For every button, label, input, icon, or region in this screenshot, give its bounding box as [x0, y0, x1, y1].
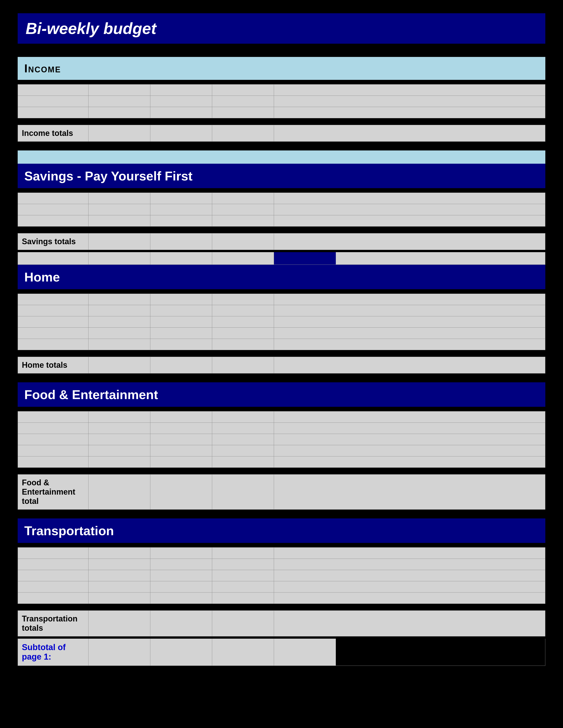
data-cell: [88, 305, 150, 316]
data-cell: [150, 294, 212, 305]
data-cell: [274, 305, 336, 316]
table-row: [18, 559, 545, 570]
home-totals-row: Home totals: [18, 357, 545, 373]
data-cell: [18, 193, 88, 204]
data-cell: [212, 107, 274, 118]
data-cell: [88, 559, 150, 570]
food-totals-cell-2: [150, 475, 212, 509]
food-table: [18, 411, 545, 468]
extra-cell: [212, 252, 274, 265]
food-totals-label: Food & Entertainment total: [18, 475, 88, 509]
table-row: [18, 581, 545, 593]
data-cell: [212, 434, 274, 445]
data-cell: [212, 423, 274, 434]
data-cell: [212, 593, 274, 604]
table-row: [18, 434, 545, 445]
data-cell: [18, 593, 88, 604]
income-title: Income: [24, 62, 61, 75]
data-cell: [150, 316, 212, 327]
savings-body: [18, 188, 545, 231]
data-cell: [150, 548, 212, 559]
data-cell: [18, 423, 88, 434]
data-cell: [274, 434, 336, 445]
data-cell: [18, 294, 88, 305]
data-cell: [88, 570, 150, 581]
subtotal-cell-4: [274, 639, 336, 666]
data-cell: [150, 328, 212, 339]
subtotal-cell-3: [212, 639, 274, 666]
data-cell: [150, 456, 212, 467]
data-cell: [88, 193, 150, 204]
data-cell: [274, 593, 336, 604]
data-cell: [212, 570, 274, 581]
table-row: [18, 411, 545, 423]
data-cell: [18, 204, 88, 215]
extra-cell-dark: [274, 252, 336, 265]
data-cell: [88, 423, 150, 434]
data-cell: [18, 570, 88, 581]
table-row: [18, 339, 545, 350]
data-cell: [18, 456, 88, 467]
data-cell: [274, 445, 336, 456]
savings-totals-cell-1: [88, 233, 150, 250]
data-cell: [150, 411, 212, 422]
data-cell: [274, 339, 336, 350]
table-row: [18, 96, 545, 107]
home-totals-cell-3: [212, 357, 274, 373]
data-cell: [212, 559, 274, 570]
data-cell: [88, 204, 150, 215]
income-totals-cell-3: [212, 125, 274, 141]
data-cell: [274, 423, 336, 434]
table-row: [18, 204, 545, 215]
data-cell: [18, 316, 88, 327]
savings-totals-cell-4: [274, 233, 336, 250]
home-header: Home: [18, 265, 545, 289]
data-cell: [274, 294, 336, 305]
home-totals-cell-4: [274, 357, 336, 373]
data-cell: [274, 548, 336, 559]
data-cell: [212, 215, 274, 226]
data-cell: [88, 581, 150, 592]
transportation-title: Transportation: [24, 523, 114, 538]
home-body: [18, 289, 545, 355]
data-cell: [274, 84, 336, 96]
subtotal-label: Subtotal of page 1:: [18, 639, 88, 666]
food-totals-cell-1: [88, 475, 150, 509]
data-cell: [88, 548, 150, 559]
data-cell: [274, 411, 336, 422]
table-row: [18, 423, 545, 434]
data-cell: [212, 339, 274, 350]
table-row: [18, 456, 545, 468]
home-title: Home: [24, 270, 60, 284]
data-cell: [212, 193, 274, 204]
data-cell: [88, 215, 150, 226]
data-cell: [18, 215, 88, 226]
data-cell: [212, 96, 274, 107]
data-cell: [212, 411, 274, 422]
food-title: Food & Entertainment: [24, 387, 158, 402]
savings-title: Savings - Pay Yourself First: [24, 169, 192, 183]
food-header: Food & Entertainment: [18, 382, 545, 407]
data-cell: [274, 581, 336, 592]
savings-totals-row: Savings totals: [18, 233, 545, 250]
subtotal-cell-2: [150, 639, 212, 666]
data-cell: [212, 316, 274, 327]
data-cell: [274, 204, 336, 215]
transportation-totals-cell-2: [150, 611, 212, 636]
data-cell: [274, 456, 336, 467]
home-totals-cell-1: [88, 357, 150, 373]
food-totals-cell-3: [212, 475, 274, 509]
data-cell: [18, 328, 88, 339]
savings-light-bar: [18, 150, 545, 164]
data-cell: [150, 434, 212, 445]
data-cell: [212, 305, 274, 316]
income-totals-row: Income totals: [18, 125, 545, 142]
data-cell: [150, 593, 212, 604]
data-cell: [88, 339, 150, 350]
data-cell: [274, 559, 336, 570]
data-cell: [18, 305, 88, 316]
data-cell: [274, 316, 336, 327]
transportation-totals-row: Transportation totals: [18, 610, 545, 636]
data-cell: [274, 96, 336, 107]
savings-totals-label: Savings totals: [18, 233, 88, 250]
